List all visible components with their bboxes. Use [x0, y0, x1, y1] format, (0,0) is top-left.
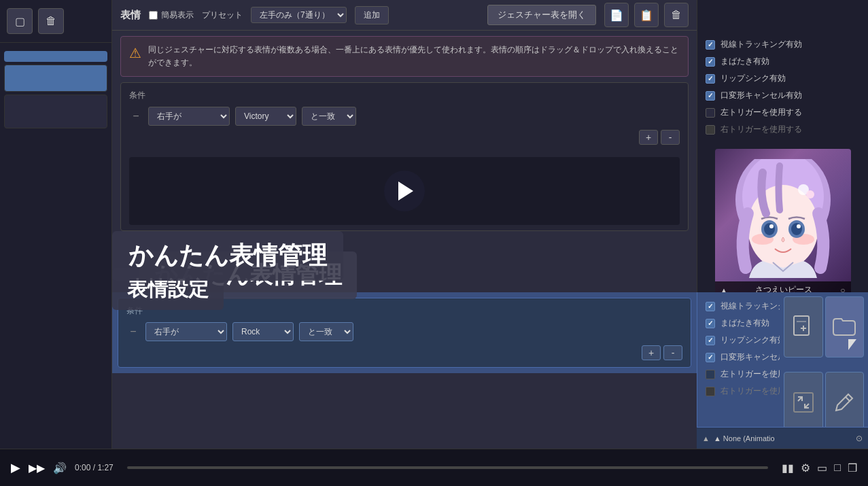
play-pause-button[interactable]: ▶: [11, 460, 20, 475]
sidebar-item-active[interactable]: [4, 51, 107, 62]
plus-minus-row-1: + -: [129, 130, 680, 145]
subtitles-button[interactable]: ▮▮: [782, 462, 794, 474]
gaze-label: 視線トラッキング有効: [721, 39, 802, 50]
blink2-checkbox[interactable]: ✓: [706, 319, 715, 328]
gaze2-checkbox[interactable]: ✓: [706, 302, 715, 311]
simple-display-checkbox[interactable]: [149, 11, 158, 20]
panel-header: 表情 簡易表示 プリセット 左手のみ（7通り） 追加 ジェスチャー表を開く 📄 …: [112, 0, 697, 31]
checkboxes-area-1: ✓ 視線トラッキング有効 ✓ まばたき有効 ✓ リップシンク有効 ✓ 口変形キャ…: [697, 31, 868, 143]
left-trigger-label: 左トリガーを使用する: [721, 107, 802, 118]
new-file-button[interactable]: 📄: [604, 3, 629, 27]
avatar-svg: [729, 159, 837, 288]
gesture-select-1[interactable]: Victory: [235, 107, 296, 126]
card-label-1: 条件: [129, 90, 680, 101]
play-triangle-icon: [398, 181, 413, 201]
mouth-cancel-checkbox[interactable]: ✓: [706, 91, 715, 101]
fullscreen-button[interactable]: ❒: [848, 462, 857, 474]
lipsync-checkbox[interactable]: ✓: [706, 74, 715, 84]
left-trigger-checkbox[interactable]: [706, 108, 715, 118]
edit-button[interactable]: [825, 372, 865, 433]
svg-point-8: [791, 223, 802, 235]
match-select-2[interactable]: と一致: [299, 322, 353, 341]
plus-btn-1[interactable]: +: [639, 130, 658, 145]
match-select-1[interactable]: と一致: [302, 107, 356, 126]
open-folder-button[interactable]: [825, 296, 865, 358]
avatar-preview: ▲ さつえいピース ○: [715, 149, 851, 298]
trash-icon: 🗑: [46, 15, 56, 27]
icon-grid-panel: [780, 292, 868, 449]
new-file-icon: 📄: [610, 9, 623, 22]
volume-button[interactable]: 🔊: [53, 462, 67, 474]
preview-area-1: [129, 157, 680, 225]
hand-select-1[interactable]: 右手が: [148, 107, 230, 126]
video-bottom-bar: ▶ ▶▶ 🔊 0:00 / 1:27 ▮▮ ⚙ ▭ □ ❒: [0, 449, 868, 486]
cursor-arrow: [848, 339, 856, 350]
blink2-label: まばたき有効: [721, 317, 769, 329]
lipsync-label: リップシンク有効: [721, 73, 786, 84]
main-panel: 表情 簡易表示 プリセット 左手のみ（7通り） 追加 ジェスチャー表を開く 📄 …: [112, 0, 697, 449]
condition-row-2: − 右手が Rock と一致: [126, 322, 682, 341]
card-section-1: 条件 − 右手が Victory と一致 + -: [121, 83, 688, 152]
left-trigger2-checkbox[interactable]: [706, 370, 715, 379]
expression-card-1: 条件 − 右手が Victory と一致 + -: [120, 82, 689, 231]
open-folder-icon: [832, 315, 856, 339]
none-animatio-bar: ▲ ▲ None (Animatio ⊙: [697, 427, 868, 449]
animatio-label: ▲ None (Animatio: [714, 434, 852, 442]
time-display: 0:00 / 1:27: [75, 463, 114, 472]
minus-btn-2[interactable]: -: [663, 345, 682, 360]
sidebar-page-button[interactable]: ▢: [7, 8, 33, 34]
mouth-cancel-label: 口変形キャンセル有効: [721, 90, 802, 101]
settings-button[interactable]: ⚙: [801, 462, 810, 474]
right-trigger-checkbox: [706, 125, 715, 135]
new-expression-button[interactable]: [784, 296, 823, 358]
svg-rect-17: [794, 393, 813, 412]
plus-btn-2[interactable]: +: [642, 345, 661, 360]
plus-minus-row-2: + -: [126, 345, 682, 360]
total-time: 1:27: [97, 463, 113, 472]
preset-label: プリセット: [202, 10, 243, 21]
hand-select-2[interactable]: 右手が: [145, 322, 227, 341]
play-button-1[interactable]: [384, 171, 425, 211]
lipsync2-label: リップシンク有効: [721, 334, 786, 346]
sidebar-item-box2: [4, 94, 107, 128]
right-trigger-label: 右トリガーを使用する: [721, 124, 802, 135]
lipsync2-checkbox[interactable]: ✓: [706, 336, 715, 345]
checkbox-mouth-cancel: ✓ 口変形キャンセル有効: [697, 87, 868, 104]
checkbox-left-trigger: 左トリガーを使用する: [697, 104, 868, 121]
svg-point-12: [806, 190, 814, 198]
minus-row-btn-1[interactable]: −: [129, 110, 143, 122]
svg-point-9: [769, 224, 774, 228]
theater-button[interactable]: ▭: [817, 462, 827, 474]
mouth-cancel2-checkbox[interactable]: ✓: [706, 353, 715, 362]
blink-checkbox[interactable]: ✓: [706, 57, 715, 67]
copy-button[interactable]: 📋: [634, 3, 659, 27]
delete-button[interactable]: 🗑: [664, 3, 689, 27]
simple-display-container: 簡易表示: [149, 10, 194, 21]
minus-btn-1[interactable]: -: [661, 130, 680, 145]
checkbox-right-trigger: 右トリガーを使用する: [697, 121, 868, 138]
gesture-table-button[interactable]: ジェスチャー表を開く: [487, 5, 596, 25]
blink-label: まばたき有効: [721, 56, 769, 67]
new-file-icon: [791, 315, 816, 339]
skip-next-button[interactable]: ▶▶: [29, 462, 45, 474]
gaze-checkbox[interactable]: ✓: [706, 40, 715, 50]
preset-select[interactable]: 左手のみ（7通り）: [251, 7, 347, 23]
minus-row-btn-2[interactable]: −: [126, 326, 140, 338]
pip-button[interactable]: □: [834, 462, 841, 474]
edit-icon: [832, 390, 856, 415]
sidebar-list: [0, 43, 111, 137]
gesture-select-2[interactable]: Rock: [232, 322, 294, 341]
fit-view-button[interactable]: [784, 372, 823, 433]
overlay-main-text-container: かんたん表情管理: [112, 231, 343, 281]
page-icon: ▢: [15, 15, 25, 28]
sidebar-trash-button[interactable]: 🗑: [38, 8, 64, 34]
overlay-main-text-box: かんたん表情管理: [112, 231, 343, 281]
delete-icon: 🗑: [671, 9, 682, 21]
fit-view-icon: [791, 390, 816, 415]
add-button[interactable]: 追加: [355, 6, 389, 24]
info-text: 同じジェスチャーに対応する表情が複数ある場合、一番上にある表情が優先して使われま…: [148, 44, 680, 69]
right-trigger2-checkbox: [706, 387, 715, 396]
overlay-main-text-el: かんたん表情管理: [128, 241, 327, 269]
progress-bar[interactable]: [127, 466, 769, 469]
copy-icon: 📋: [640, 9, 653, 22]
